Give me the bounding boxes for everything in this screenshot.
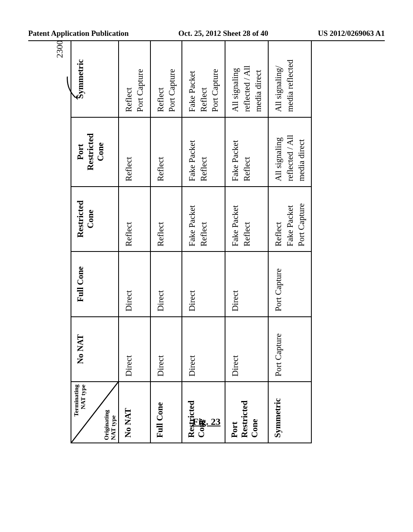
table-cell: All signalingreflected / Allmedia direct: [225, 41, 268, 117]
cell-line: Fake Packet: [229, 123, 241, 181]
cell-line: Port Capture: [273, 257, 284, 311]
table-cell: Port Capture: [268, 251, 311, 316]
col-header: PortRestrictedCone: [71, 117, 119, 187]
cell-line: Reflect: [155, 46, 166, 112]
cell-line: Port Capture: [209, 46, 221, 112]
page-header: Patent Application Publication Oct. 25, …: [0, 29, 413, 38]
page: Patent Application Publication Oct. 25, …: [0, 0, 413, 532]
cell-line: All signaling/: [273, 46, 284, 112]
cell-line: Reflect: [123, 192, 134, 246]
row-header: Full Cone: [150, 382, 182, 443]
col-header: No NAT: [71, 317, 119, 382]
cell-line: Direct: [123, 257, 134, 311]
table-cell: ReflectPort Capture: [150, 41, 182, 117]
table-cell: All signalingreflected / Allmedia direct: [268, 117, 311, 187]
table-cell: Direct: [119, 251, 150, 316]
row-header: No NAT: [119, 382, 150, 443]
table-cell: All signaling/media reflected: [268, 41, 311, 117]
cell-line: Reflect: [241, 192, 252, 246]
table-cell: Fake PacketReflectPort Capture: [182, 41, 225, 117]
cell-line: Port Capture: [166, 46, 177, 112]
table-cell: Direct: [150, 251, 182, 316]
cell-line: Direct: [155, 322, 166, 376]
table-cell: Fake PacketReflect: [182, 187, 225, 251]
cell-line: Reflect: [273, 192, 284, 246]
cell-line: Reflect: [198, 123, 209, 181]
cell-line: Direct: [186, 322, 198, 376]
cell-line: media direct: [296, 123, 307, 181]
table-cell: Direct: [119, 317, 150, 382]
table-canvas: 2300 TerminatingNAT type OriginatingNAT …: [71, 40, 333, 443]
table-cell: Reflect: [150, 187, 182, 251]
cell-line: Fake Packet: [284, 192, 296, 246]
table-cell: Fake PacketReflect: [225, 117, 268, 187]
cell-line: Reflect: [155, 123, 166, 181]
figure-area: 2300 TerminatingNAT type OriginatingNAT …: [48, 85, 355, 399]
cell-line: Direct: [229, 322, 241, 376]
cell-line: Direct: [186, 257, 198, 311]
row-header: PortRestrictedCone: [225, 382, 268, 443]
cell-line: Fake Packet: [186, 123, 198, 181]
callout-arrow-icon: [67, 73, 79, 101]
table-cell: Fake PacketReflect: [225, 187, 268, 251]
cell-line: media reflected: [284, 46, 296, 112]
cell-line: Direct: [155, 257, 166, 311]
cell-line: Fake Packet: [186, 192, 198, 246]
cell-line: reflected / All: [241, 46, 252, 112]
table-row: SymmetricPort CapturePort CaptureReflect…: [268, 41, 311, 443]
table-cell: ReflectPort Capture: [119, 41, 150, 117]
table-row: Full ConeDirectDirectReflectReflectRefle…: [150, 41, 182, 443]
table-row: RestrictedConeDirectDirectFake PacketRef…: [182, 41, 225, 443]
cell-line: media direct: [252, 46, 264, 112]
row-header: Symmetric: [268, 382, 311, 443]
table-cell: Reflect: [119, 117, 150, 187]
reference-numeral: 2300: [54, 40, 65, 58]
table-cell: Direct: [225, 251, 268, 316]
cell-line: Port Capture: [134, 46, 146, 112]
cell-line: Port Capture: [296, 192, 307, 246]
table-header-row: TerminatingNAT type OriginatingNAT type …: [71, 41, 119, 443]
cell-line: Reflect: [198, 46, 209, 112]
cell-line: Fake Packet: [186, 46, 198, 112]
table-cell: Port Capture: [268, 317, 311, 382]
col-header: RestrictedCone: [71, 187, 119, 251]
cell-line: Reflect: [198, 192, 209, 246]
table-cell: Reflect: [150, 117, 182, 187]
cell-line: Direct: [123, 322, 134, 376]
table-cell: ReflectFake PacketPort Capture: [268, 187, 311, 251]
cell-line: All signaling: [229, 46, 241, 112]
table-body: No NATDirectDirectReflectReflectReflectP…: [119, 41, 311, 443]
table-cell: Direct: [150, 317, 182, 382]
cell-line: Direct: [229, 257, 241, 311]
table-row: No NATDirectDirectReflectReflectReflectP…: [119, 41, 150, 443]
table-cell: Direct: [182, 317, 225, 382]
header-center: Oct. 25, 2012 Sheet 28 of 40: [178, 29, 268, 38]
cell-line: reflected / All: [284, 123, 296, 181]
cell-line: Reflect: [123, 46, 134, 112]
diagonal-top-label: TerminatingNAT type: [73, 384, 86, 416]
figure-caption: Fig. 23: [0, 416, 413, 427]
diagonal-header-cell: TerminatingNAT type OriginatingNAT type: [71, 382, 119, 443]
cell-line: Port Capture: [273, 322, 284, 376]
table-cell: Direct: [182, 251, 225, 316]
table-cell: Reflect: [119, 187, 150, 251]
table-cell: Direct: [225, 317, 268, 382]
table-cell: Fake PacketReflect: [182, 117, 225, 187]
table-row: PortRestrictedConeDirectDirectFake Packe…: [225, 41, 268, 443]
cell-line: Reflect: [155, 192, 166, 246]
header-right: US 2012/0269063 A1: [318, 29, 385, 38]
cell-line: Reflect: [241, 123, 252, 181]
cell-line: Reflect: [123, 123, 134, 181]
nat-table: TerminatingNAT type OriginatingNAT type …: [71, 40, 312, 443]
header-left: Patent Application Publication: [28, 29, 129, 38]
row-header: RestrictedCone: [182, 382, 225, 443]
cell-line: Fake Packet: [229, 192, 241, 246]
cell-line: All signaling: [273, 123, 284, 181]
col-header: Full Cone: [71, 251, 119, 316]
